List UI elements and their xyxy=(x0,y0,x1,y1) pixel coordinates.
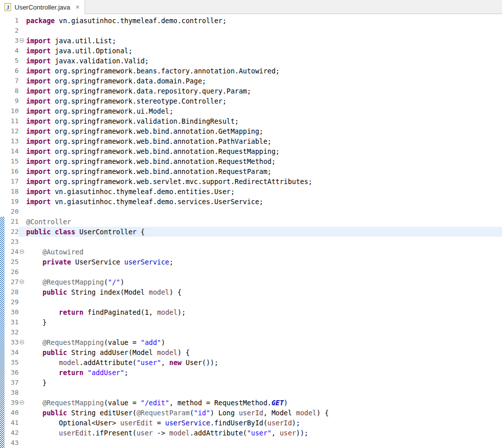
code-line[interactable]: 36 return "addUser"; xyxy=(0,368,502,378)
code-text: import org.springframework.beans.factory… xyxy=(26,66,502,76)
code-line[interactable]: 8import org.springframework.data.reposit… xyxy=(0,86,502,96)
range-indicator xyxy=(0,327,5,337)
code-text: @RequestMapping("/") xyxy=(26,277,502,287)
code-line[interactable]: 12import org.springframework.web.bind.an… xyxy=(0,126,502,136)
line-number: 34 xyxy=(5,347,19,357)
code-line[interactable]: 18import vn.giasutinhoc.thymeleaf.demo.e… xyxy=(0,187,502,197)
code-line[interactable]: 1package vn.giasutinhoc.thymeleaf.demo.c… xyxy=(0,16,502,26)
java-file-icon: J xyxy=(4,3,12,11)
code-text: import org.springframework.web.bind.anno… xyxy=(26,126,502,136)
fold-gutter xyxy=(19,146,26,156)
fold-collapse-icon[interactable] xyxy=(19,337,26,347)
code-line[interactable]: 2 xyxy=(0,26,502,36)
code-text: package vn.giasutinhoc.thymeleaf.demo.co… xyxy=(26,16,502,26)
fold-gutter xyxy=(19,227,26,237)
code-line[interactable]: 22public class UserController { xyxy=(0,227,502,237)
fold-gutter xyxy=(19,96,26,106)
fold-gutter xyxy=(19,327,26,337)
code-line[interactable]: 25 private UserService userService; xyxy=(0,257,502,267)
range-indicator xyxy=(0,398,5,408)
code-line[interactable]: 35 model.addAttribute("user", new User()… xyxy=(0,357,502,368)
fold-gutter xyxy=(19,237,26,247)
code-line[interactable]: 27 @RequestMapping("/") xyxy=(0,277,502,287)
minus-icon xyxy=(20,400,24,405)
code-line[interactable]: 31 } xyxy=(0,317,502,327)
code-text: import org.springframework.ui.Model; xyxy=(26,106,502,116)
code-line[interactable]: 38 xyxy=(0,388,502,398)
code-line[interactable]: 15import org.springframework.web.bind.an… xyxy=(0,156,502,166)
code-text xyxy=(26,388,502,398)
tab-title: UserController.java xyxy=(15,4,70,11)
code-line[interactable]: 24 @Autowired xyxy=(0,247,502,257)
line-number: 22 xyxy=(5,227,19,237)
code-editor[interactable]: 1package vn.giasutinhoc.thymeleaf.demo.c… xyxy=(0,14,502,448)
fold-gutter xyxy=(19,347,26,357)
code-line[interactable]: 39 @RequestMapping(value = "/edit", meth… xyxy=(0,398,502,408)
code-line[interactable]: 9import org.springframework.stereotype.C… xyxy=(0,96,502,106)
code-line[interactable]: 7import org.springframework.data.domain.… xyxy=(0,76,502,86)
code-line[interactable]: 43 xyxy=(0,438,502,448)
code-line[interactable]: 20 xyxy=(0,207,502,217)
fold-gutter xyxy=(19,257,26,267)
line-number: 19 xyxy=(5,197,19,207)
code-line[interactable]: 21@Controller xyxy=(0,217,502,227)
code-line[interactable]: 13import org.springframework.web.bind.an… xyxy=(0,136,502,146)
tab-usercontroller-java[interactable]: J UserController.java ✕ xyxy=(0,0,85,14)
line-number: 28 xyxy=(5,287,19,297)
code-line[interactable]: 30 return findPaginated(1, model); xyxy=(0,307,502,317)
code-line[interactable]: 17import org.springframework.web.servlet… xyxy=(0,176,502,187)
ruler-margin xyxy=(0,26,5,36)
code-line[interactable]: 33 @RequestMapping(value = "add") xyxy=(0,337,502,347)
line-number: 7 xyxy=(5,76,19,86)
fold-collapse-icon[interactable] xyxy=(19,277,26,287)
ruler-margin xyxy=(0,126,5,136)
code-line[interactable]: 4import java.util.Optional; xyxy=(0,46,502,56)
fold-gutter xyxy=(19,418,26,428)
fold-gutter xyxy=(19,86,26,96)
code-line[interactable]: 5import javax.validation.Valid; xyxy=(0,56,502,66)
fold-collapse-icon[interactable] xyxy=(19,36,26,46)
ruler-margin xyxy=(0,36,5,46)
code-line[interactable]: 29 xyxy=(0,297,502,307)
fold-collapse-icon[interactable] xyxy=(19,247,26,257)
code-lines: 1package vn.giasutinhoc.thymeleaf.demo.c… xyxy=(0,16,502,448)
code-line[interactable]: 16import org.springframework.web.bind.an… xyxy=(0,166,502,176)
code-text: import vn.giasutinhoc.thymeleaf.demo.ser… xyxy=(26,197,502,207)
code-line[interactable]: 32 xyxy=(0,327,502,337)
fold-gutter xyxy=(19,317,26,327)
code-line[interactable]: 37 } xyxy=(0,378,502,388)
ruler-margin xyxy=(0,207,5,217)
line-number: 15 xyxy=(5,156,19,166)
fold-gutter xyxy=(19,207,26,217)
code-line[interactable]: 40 public String editUser(@RequestParam(… xyxy=(0,408,502,418)
code-text xyxy=(26,297,502,307)
code-line[interactable]: 11import org.springframework.validation.… xyxy=(0,116,502,126)
line-number: 30 xyxy=(5,307,19,317)
code-line[interactable]: 42 userEdit.ifPresent(user -> model.addA… xyxy=(0,428,502,438)
code-line[interactable]: 28 public String index(Model model) { xyxy=(0,287,502,297)
code-text: return "addUser"; xyxy=(26,368,502,378)
close-icon[interactable]: ✕ xyxy=(75,5,80,10)
code-line[interactable]: 41 Optional<User> userEdit = userService… xyxy=(0,418,502,428)
code-line[interactable]: 19import vn.giasutinhoc.thymeleaf.demo.s… xyxy=(0,197,502,207)
code-text: public String addUser(Model model) { xyxy=(26,347,502,357)
code-text xyxy=(26,26,502,36)
fold-gutter xyxy=(19,116,26,126)
code-line[interactable]: 14import org.springframework.web.bind.an… xyxy=(0,146,502,156)
code-line[interactable]: 6import org.springframework.beans.factor… xyxy=(0,66,502,76)
code-text: import org.springframework.validation.Bi… xyxy=(26,116,502,126)
fold-gutter xyxy=(19,378,26,388)
code-line[interactable]: 3import java.util.List; xyxy=(0,36,502,46)
minus-icon xyxy=(20,280,24,284)
code-line[interactable]: 26 xyxy=(0,267,502,277)
fold-collapse-icon[interactable] xyxy=(19,398,26,408)
code-text xyxy=(26,237,502,247)
code-line[interactable]: 10import org.springframework.ui.Model; xyxy=(0,106,502,116)
ruler-margin xyxy=(0,16,5,26)
ruler-margin xyxy=(0,166,5,176)
code-line[interactable]: 23 xyxy=(0,237,502,247)
fold-gutter xyxy=(19,197,26,207)
range-indicator xyxy=(0,297,5,307)
line-number: 10 xyxy=(5,106,19,116)
code-line[interactable]: 34 public String addUser(Model model) { xyxy=(0,347,502,357)
